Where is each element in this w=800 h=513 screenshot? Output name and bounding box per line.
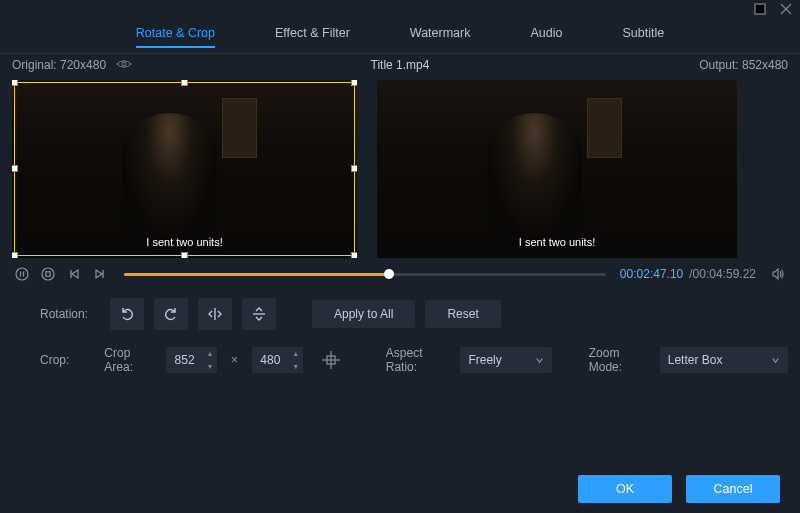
scrubber[interactable] [124, 273, 606, 276]
original-dimensions: Original: 720x480 [12, 58, 106, 72]
zoom-mode-label: Zoom Mode: [589, 346, 650, 374]
ok-button[interactable]: OK [578, 475, 672, 503]
time-current: 00:02:47.10 [620, 267, 683, 281]
width-down[interactable]: ▼ [203, 360, 217, 373]
pause-button[interactable] [12, 264, 32, 284]
tab-rotate-crop[interactable]: Rotate & Crop [136, 26, 215, 48]
rotate-left-button[interactable] [110, 298, 144, 330]
next-frame-button[interactable] [90, 264, 110, 284]
rotate-right-button[interactable] [154, 298, 188, 330]
reset-button[interactable]: Reset [425, 300, 500, 328]
tab-audio[interactable]: Audio [530, 26, 562, 48]
crop-area-label: Crop Area: [104, 346, 156, 374]
tab-watermark[interactable]: Watermark [410, 26, 471, 48]
time-duration: /00:04:59.22 [689, 267, 756, 281]
height-up[interactable]: ▲ [289, 347, 303, 360]
cancel-button[interactable]: Cancel [686, 475, 780, 503]
svg-point-7 [42, 268, 54, 280]
svg-rect-0 [755, 4, 765, 14]
close-icon[interactable] [780, 3, 792, 18]
maximize-icon[interactable] [754, 3, 766, 18]
source-preview[interactable]: I sent two units! [12, 80, 357, 258]
height-down[interactable]: ▼ [289, 360, 303, 373]
preview-toggle-icon[interactable] [116, 56, 132, 75]
flip-vertical-button[interactable] [242, 298, 276, 330]
crop-height-input[interactable]: 480▲▼ [252, 347, 303, 373]
crop-label: Crop: [40, 353, 94, 367]
tab-bar: Rotate & Crop Effect & Filter Watermark … [0, 20, 800, 54]
tab-subtitle[interactable]: Subtitle [622, 26, 664, 48]
width-up[interactable]: ▲ [203, 347, 217, 360]
zoom-mode-select[interactable]: Letter Box [660, 347, 788, 373]
crop-width-input[interactable]: 852▲▼ [166, 347, 217, 373]
rotation-label: Rotation: [40, 307, 100, 321]
apply-all-button[interactable]: Apply to All [312, 300, 415, 328]
svg-rect-8 [46, 272, 50, 276]
svg-point-3 [122, 62, 126, 66]
output-dimensions: Output: 852x480 [699, 58, 788, 72]
svg-point-4 [16, 268, 28, 280]
file-title: Title 1.mp4 [371, 58, 430, 72]
subtitle-text: I sent two units! [146, 236, 222, 248]
volume-icon[interactable] [768, 264, 788, 284]
subtitle-text: I sent two units! [519, 236, 595, 248]
times-symbol: × [231, 353, 238, 367]
tab-effect-filter[interactable]: Effect & Filter [275, 26, 350, 48]
aspect-ratio-label: Aspect Ratio: [386, 346, 451, 374]
aspect-ratio-select[interactable]: Freely [460, 347, 552, 373]
center-crop-button[interactable] [319, 347, 344, 373]
flip-horizontal-button[interactable] [198, 298, 232, 330]
prev-frame-button[interactable] [64, 264, 84, 284]
stop-button[interactable] [38, 264, 58, 284]
output-preview: I sent two units! [377, 80, 737, 258]
